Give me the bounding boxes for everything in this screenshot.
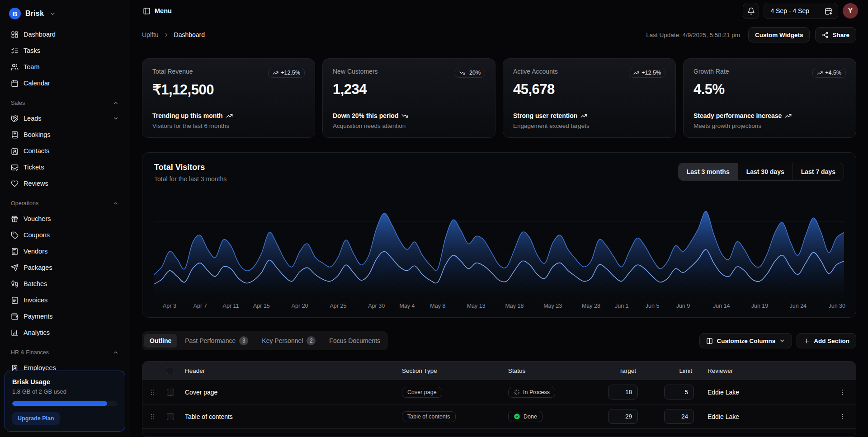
sidebar-item-packages[interactable]: Packages: [7, 259, 123, 276]
x-tick-label: Jun 9: [676, 303, 690, 309]
tab-focus-documents[interactable]: Focus Documents: [323, 334, 386, 348]
sidebar-item-bookings[interactable]: Bookings: [7, 127, 123, 143]
columns-2-icon: [706, 338, 713, 344]
trending-up-icon: [226, 113, 233, 119]
drag-handle[interactable]: [142, 389, 162, 396]
layout-dashboard-icon: [11, 31, 19, 38]
x-tick-label: May 28: [582, 303, 600, 309]
chevron-right-icon: [163, 32, 170, 38]
tab-label: Key Personnel: [262, 337, 303, 344]
list-checks-icon: [11, 47, 19, 55]
section-type-badge: Table of contents: [402, 411, 456, 422]
target-input[interactable]: 18: [608, 385, 638, 399]
sidebar-item-reviews[interactable]: Reviews: [7, 175, 123, 192]
menu-button[interactable]: Menu: [139, 5, 175, 18]
usage-progress-track: [12, 401, 118, 406]
add-section-button[interactable]: Add Section: [797, 333, 856, 348]
sidebar-item-payments[interactable]: Payments: [7, 308, 123, 324]
limit-input[interactable]: 24: [664, 409, 694, 424]
sidebar-item-leads[interactable]: Leads: [7, 110, 123, 127]
section-type-badge: Cover page: [402, 387, 442, 398]
table-row: Table of contentsTable of contentsDone29…: [142, 404, 856, 428]
period-tab-last-7-days[interactable]: Last 7 days: [793, 163, 844, 180]
tab-key-personnel[interactable]: Key Personnel2: [256, 333, 321, 348]
sidebar-item-team[interactable]: Team: [7, 59, 123, 75]
sidebar-item-batches[interactable]: Batches: [7, 276, 123, 292]
sidebar-group-sales[interactable]: Sales: [7, 96, 123, 110]
tab-label: Outline: [150, 337, 171, 344]
sidebar-item-dashboard[interactable]: Dashboard: [7, 26, 123, 42]
section-tabs: OutlinePast Performance3Key Personnel2Fo…: [142, 331, 388, 350]
breadcrumb-root[interactable]: Uplftu: [142, 31, 159, 38]
column-status: Status: [504, 367, 596, 374]
stat-footer-title: Down 20% this period: [333, 112, 485, 119]
sidebar-item-invoices[interactable]: Invoices: [7, 292, 123, 308]
stat-value: ₹1,12,500: [152, 81, 305, 98]
custom-widgets-button[interactable]: Custom Widgets: [748, 27, 810, 42]
send-icon: [11, 264, 19, 272]
target-input[interactable]: 29: [608, 409, 638, 424]
period-tab-last-30-days[interactable]: Last 30 days: [738, 163, 793, 180]
reviewer-name: Eddie Lake: [708, 413, 739, 420]
share-button[interactable]: Share: [815, 27, 856, 42]
sidebar-item-label: Coupons: [24, 231, 119, 239]
menu-label: Menu: [155, 7, 172, 14]
sections-bar: OutlinePast Performance3Key Personnel2Fo…: [142, 331, 856, 350]
brand-switcher[interactable]: B Brisk: [7, 5, 123, 23]
tab-outline[interactable]: Outline: [144, 334, 177, 348]
sidebar-item-coupons[interactable]: Coupons: [7, 227, 123, 243]
usage-subtitle: 1.8 GB of 2 GB used: [12, 388, 118, 395]
sidebar-item-label: Bookings: [24, 131, 119, 138]
tag-icon: [11, 231, 19, 239]
drag-handle[interactable]: [142, 413, 162, 420]
row-menu-button[interactable]: [835, 409, 849, 424]
row-menu-button[interactable]: [835, 385, 849, 399]
date-range-button[interactable]: 4 Sep - 4 Sep: [764, 3, 838, 19]
table-row-clipped: [142, 428, 856, 433]
brand-logo: B: [9, 8, 21, 19]
customize-columns-button[interactable]: Customize Columns: [699, 333, 792, 348]
row-checkbox[interactable]: [167, 413, 174, 420]
sidebar-item-label: Leads: [24, 115, 108, 122]
sidebar-item-tasks[interactable]: Tasks: [7, 42, 123, 59]
sidebar-item-vendors[interactable]: Vendors: [7, 243, 123, 259]
sidebar-item-calendar[interactable]: Calendar: [7, 75, 123, 91]
trending-up-icon: [273, 70, 278, 76]
group-label-text: Operations: [11, 200, 38, 207]
sidebar-group-hr-finances[interactable]: HR & Finances: [7, 345, 123, 360]
avatar[interactable]: Y: [843, 3, 858, 19]
tab-count-badge: 3: [239, 336, 248, 345]
stat-cards-row: Total Revenue+12.5%₹1,12,500Trending up …: [142, 58, 856, 138]
topbar: Menu 4 Sep - 4 Sep Y: [130, 0, 868, 22]
grip-vertical-icon: [149, 389, 156, 396]
upgrade-plan-button[interactable]: Upgrade Plan: [12, 412, 60, 425]
limit-input[interactable]: 5: [664, 385, 694, 399]
row-header-link[interactable]: Table of contents: [185, 413, 233, 420]
select-all-checkbox[interactable]: [167, 367, 174, 374]
sidebar-item-analytics[interactable]: Analytics: [7, 324, 123, 341]
stat-footer-subtitle: Acquisition needs attention: [333, 122, 485, 129]
notifications-button[interactable]: [743, 3, 759, 19]
page-header: Uplftu Dashboard Last Update: 4/9/2025, …: [130, 22, 868, 47]
stat-badge-value: +4.5%: [825, 70, 841, 76]
group-label-text: HR & Finances: [11, 349, 49, 356]
sidebar-item-vouchers[interactable]: Vouchers: [7, 211, 123, 227]
trending-up-icon: [817, 70, 823, 76]
row-checkbox[interactable]: [167, 389, 174, 396]
stat-trend-badge: -20%: [455, 68, 485, 78]
sidebar-item-tickets[interactable]: Tickets: [7, 159, 123, 175]
chevron-down-icon: [779, 338, 785, 344]
stat-footer-title: Steady performance increase: [693, 112, 846, 119]
row-header-link[interactable]: Cover page: [185, 389, 217, 396]
stat-footer-subtitle: Meets growth projections: [693, 122, 846, 129]
sidebar-group-operations[interactable]: Operations: [7, 196, 123, 211]
x-tick-label: Apr 25: [330, 303, 347, 309]
sidebar-item-label: Dashboard: [24, 31, 119, 38]
sidebar-item-label: Tasks: [24, 47, 119, 54]
sidebar-item-contacts[interactable]: Contacts: [7, 143, 123, 159]
period-tab-last-3-months[interactable]: Last 3 months: [679, 163, 738, 180]
book-marked-icon: [11, 131, 19, 139]
stat-footer-title: Strong user retention: [513, 112, 665, 119]
tab-past-performance[interactable]: Past Performance3: [179, 333, 254, 348]
trending-up-icon: [633, 70, 639, 76]
